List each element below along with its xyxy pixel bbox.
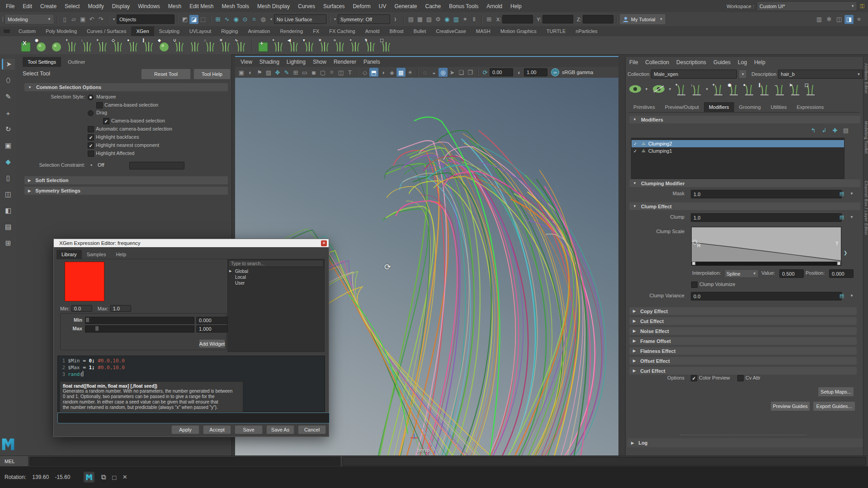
dock-tab-channel-box-layer-editor[interactable]: Channel Box / Layer Editor: [864, 181, 868, 235]
highlight-backfaces-checkbox[interactable]: [88, 134, 94, 141]
menu-help[interactable]: Help: [506, 3, 526, 9]
y-input[interactable]: [542, 15, 573, 23]
frame-offset-header[interactable]: ▶Frame Offset: [629, 337, 857, 345]
shelf-tab-motion-graphics[interactable]: Motion Graphics: [495, 26, 542, 36]
weave-primitives-shelf-icon[interactable]: ◆: [157, 38, 171, 52]
shelf-tab-fx[interactable]: FX: [308, 26, 324, 36]
code-line-2[interactable]: 2$Max = 1; #0.0,10.0: [58, 364, 325, 371]
workspace-selector[interactable]: Custom UI* ▼: [757, 1, 857, 11]
menu-arnold[interactable]: Arnold: [482, 3, 506, 9]
dock-tab-modeling-toolkit[interactable]: Modeling Toolkit: [864, 121, 868, 154]
split-guides-shelf-icon[interactable]: ∥: [142, 38, 156, 52]
export-patch-shelf-icon[interactable]: ∪: [173, 38, 186, 52]
max-slider-value[interactable]: 1.000: [196, 325, 228, 333]
noise-effect-header[interactable]: ▶Noise Effect: [629, 327, 857, 335]
restore-window-icon[interactable]: ⧉: [101, 473, 106, 481]
groomable-spline-shelf-icon[interactable]: [188, 38, 202, 52]
save-button[interactable]: Save: [235, 425, 263, 434]
shelf-tab-creativecase[interactable]: CreativeCase: [431, 26, 471, 36]
expression-tab-library[interactable]: Library: [57, 250, 82, 259]
export-guides-button[interactable]: Export Guides...: [813, 401, 855, 411]
single-pane-layout-icon[interactable]: ▯: [2, 173, 14, 183]
ig-noise-brush-shelf-icon[interactable]: ≈: [333, 38, 347, 52]
marquee-radio[interactable]: [88, 94, 94, 100]
variance-chevron-icon[interactable]: ▼: [850, 294, 854, 298]
camera-based-marquee-checkbox[interactable]: [96, 102, 103, 108]
open-scene-icon[interactable]: ▱: [69, 15, 78, 24]
menu-display[interactable]: Display: [108, 3, 134, 9]
exposure-reset-icon[interactable]: ⟳: [481, 68, 490, 77]
modifier-item-clumping1[interactable]: ✓⟁Clumping1: [632, 147, 844, 155]
menu-edit-mesh[interactable]: Edit Mesh: [185, 3, 217, 9]
select-components-icon[interactable]: ⬚: [198, 15, 208, 24]
curl-effect-header[interactable]: ▶Curl Effect: [629, 367, 857, 375]
expression-input-line[interactable]: [57, 413, 330, 423]
library-search-input[interactable]: Type to search...: [228, 260, 324, 267]
accept-button[interactable]: Accept: [203, 425, 231, 434]
grid-layout-icon[interactable]: ⊞: [2, 238, 14, 249]
add-description-tool-icon[interactable]: +: [675, 83, 687, 95]
move-modifier-down-icon[interactable]: ↲: [820, 126, 829, 135]
library-tree-item-user[interactable]: User: [228, 280, 324, 286]
live-surface-chevron-icon[interactable]: ▾: [270, 17, 272, 21]
modeling-toolkit-toggle-icon[interactable]: ▥: [815, 15, 824, 24]
apply-button[interactable]: Apply: [171, 425, 199, 434]
exposure-input[interactable]: 0.00: [490, 68, 513, 76]
highlight-nearest-checkbox[interactable]: [88, 142, 94, 149]
setup-maps-button[interactable]: Setup Maps...: [818, 387, 854, 397]
modifier-enabled-checkbox[interactable]: ✓: [633, 141, 639, 146]
highlight-affected-checkbox[interactable]: [88, 150, 94, 157]
xray-joints-icon[interactable]: ❐: [466, 68, 475, 77]
command-input[interactable]: [29, 457, 340, 466]
persp-outliner-layout-icon[interactable]: ◧: [2, 205, 14, 216]
expression-tab-help[interactable]: Help: [111, 250, 131, 259]
soft-selection-header[interactable]: ▶ Soft Selection: [24, 176, 228, 184]
absolute-transform-icon[interactable]: ⊞: [485, 15, 494, 24]
menu-generate[interactable]: Generate: [390, 3, 421, 9]
tool-settings-toggle-icon[interactable]: ◨: [844, 15, 854, 24]
shelf-tab-custom[interactable]: Custom: [14, 26, 41, 36]
grid-toggle-icon[interactable]: ⊞: [291, 68, 300, 77]
xgen-tab-preview-output[interactable]: Preview/Output: [660, 102, 704, 112]
occlusion-icon[interactable]: ◎: [439, 68, 448, 77]
ig-sculpt-brush-shelf-icon[interactable]: ◀: [287, 38, 301, 52]
drag-radio[interactable]: [88, 110, 94, 116]
dock-tab-attribute-editor[interactable]: Attribute Editor: [864, 63, 868, 94]
add-guide-shelf-icon[interactable]: +: [65, 38, 79, 52]
ig-create-shelf-icon[interactable]: +: [256, 38, 270, 52]
move-guide-tool-icon[interactable]: ↔: [774, 83, 786, 95]
gain-input[interactable]: 1.00: [524, 68, 547, 76]
shelf-tab-fx-caching[interactable]: FX Caching: [324, 26, 360, 36]
default-lighting-icon[interactable]: ☀: [406, 68, 415, 77]
guide-visibility-eye-icon[interactable]: ▼: [628, 84, 648, 94]
grease-pencil-icon[interactable]: ✎: [282, 68, 291, 77]
camera-attributes-icon[interactable]: ◐: [246, 68, 255, 77]
film-gate-icon[interactable]: ▭: [300, 68, 309, 77]
gate-mask-icon[interactable]: ▢: [318, 68, 327, 77]
workspace-lock-icon[interactable]: ⚿: [860, 3, 864, 10]
ig-cut-brush-shelf-icon[interactable]: ✕: [318, 38, 331, 52]
menu-deform[interactable]: Deform: [349, 3, 374, 9]
clump-chevron-icon[interactable]: ▼: [850, 215, 854, 219]
user-account-button[interactable]: My Tutorial ▼: [619, 14, 666, 25]
min-range-value[interactable]: 0.0: [71, 305, 92, 312]
panel-tab-outliner[interactable]: Outliner: [63, 57, 90, 67]
snap-grid-icon[interactable]: ⊞: [213, 15, 222, 24]
isolate-select-icon[interactable]: ➤: [448, 68, 457, 77]
add-guide-tool-icon[interactable]: +: [712, 83, 724, 95]
menu-windows[interactable]: Windows: [134, 3, 164, 9]
flatness-effect-header[interactable]: ▶Flatness Effect: [629, 347, 857, 355]
last-tool-icon[interactable]: ◆: [2, 156, 14, 167]
xgen-menu-descriptions[interactable]: Descriptions: [673, 59, 710, 66]
view-transform-label[interactable]: sRGB gamma: [562, 70, 593, 75]
xgen-tab-modifiers[interactable]: Modifiers: [704, 102, 734, 112]
common-selection-options-header[interactable]: ▼ Common Selection Options: [24, 83, 228, 91]
gamma-icon[interactable]: ◐: [515, 68, 524, 77]
render-setup-icon[interactable]: ▥: [452, 15, 461, 24]
modifier-enabled-checkbox[interactable]: ✓: [633, 149, 639, 154]
split-guide-tool-icon[interactable]: ∥: [759, 83, 770, 95]
max-slider[interactable]: [85, 325, 194, 333]
clump-input[interactable]: 1.0: [691, 213, 842, 222]
max-range-value[interactable]: 1.0: [110, 305, 131, 312]
xgen-editor-shelf-icon[interactable]: X: [19, 38, 33, 52]
